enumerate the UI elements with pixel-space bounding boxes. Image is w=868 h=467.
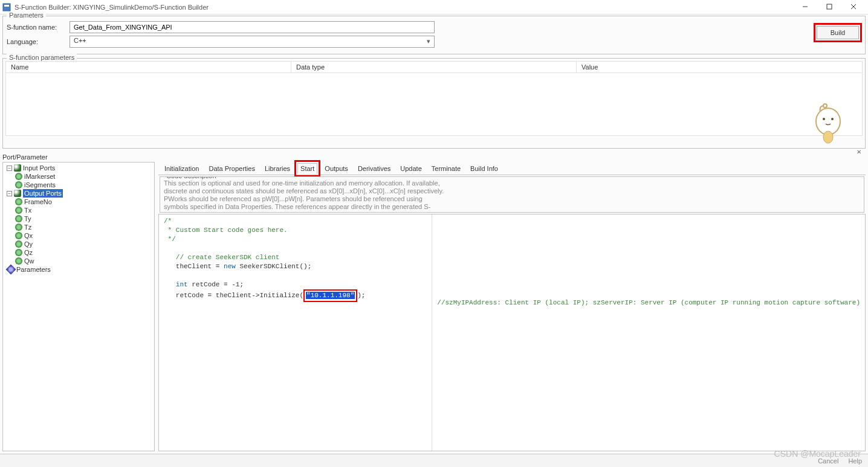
app-icon bbox=[2, 3, 11, 11]
help-button[interactable]: Help bbox=[848, 457, 862, 465]
tab-start[interactable]: Start bbox=[297, 163, 317, 174]
code-line: */ bbox=[164, 236, 176, 243]
code-keyword: new bbox=[224, 263, 236, 270]
language-label: Language: bbox=[7, 38, 70, 45]
svg-point-6 bbox=[816, 108, 840, 135]
tab-terminate[interactable]: Terminate bbox=[429, 164, 463, 173]
port-icon bbox=[15, 257, 22, 265]
code-ip-highlight: "10.1.1.198" bbox=[306, 292, 355, 299]
params-col-value[interactable]: Value bbox=[577, 62, 862, 72]
tree-label: Tz bbox=[24, 223, 31, 231]
tree-qz[interactable]: Qz bbox=[15, 248, 153, 257]
input-ports-icon bbox=[14, 164, 21, 172]
tree-label: Input Ports bbox=[23, 164, 55, 172]
code-line: SeekerSDKClient(); bbox=[236, 263, 311, 270]
cancel-button[interactable]: Cancel bbox=[818, 457, 838, 465]
tree-label: Qx bbox=[24, 231, 33, 240]
tree-label: Ty bbox=[24, 214, 31, 223]
code-line: /* bbox=[164, 217, 172, 225]
tab-outputs[interactable]: Outputs bbox=[322, 164, 351, 173]
code-line: * Custom Start code goes here. bbox=[164, 227, 288, 234]
svg-point-7 bbox=[823, 118, 825, 120]
tree-label: Qy bbox=[24, 240, 33, 248]
output-ports-icon bbox=[14, 190, 21, 197]
tree-label: FrameNo bbox=[24, 198, 52, 206]
tab-update[interactable]: Update bbox=[398, 164, 424, 173]
code-line: // create SeekerSDK client bbox=[164, 254, 279, 261]
close-icon bbox=[850, 4, 857, 11]
tree-label: Output Ports bbox=[23, 189, 63, 198]
titlebar: S-Function Builder: XINGYING_SimulinkDem… bbox=[0, 0, 868, 14]
code-line: retCode = theClient->Initialize( bbox=[164, 292, 303, 299]
tree-label: Parameters bbox=[16, 265, 51, 274]
code-description-section: Code description This section is optiona… bbox=[160, 176, 864, 213]
language-row: Language: C++ bbox=[7, 36, 861, 48]
tree-label: Qw bbox=[24, 257, 34, 265]
port-icon bbox=[15, 173, 22, 180]
code-editor[interactable]: /* * Custom Start code goes here. */ // … bbox=[158, 214, 866, 451]
tree-parameters[interactable]: Parameters bbox=[7, 265, 153, 274]
code-line: retCode = -1; bbox=[188, 281, 244, 288]
tree-imarkerset[interactable]: iMarkerset bbox=[15, 172, 153, 181]
tree-label: Tx bbox=[24, 206, 31, 214]
params-col-type[interactable]: Data type bbox=[291, 62, 577, 72]
tree-label: Qz bbox=[24, 248, 33, 257]
port-icon bbox=[15, 232, 22, 239]
minimize-icon bbox=[802, 4, 808, 11]
tab-libraries[interactable]: Libraries bbox=[262, 164, 293, 173]
tab-build-info[interactable]: Build Info bbox=[468, 164, 500, 173]
language-select-value: C++ bbox=[74, 37, 86, 44]
section-close-icon[interactable]: ✕ bbox=[857, 149, 861, 155]
code-panel: Initialization Data Properties Libraries… bbox=[158, 162, 866, 451]
tree-ty[interactable]: Ty bbox=[15, 214, 153, 223]
svg-rect-3 bbox=[827, 4, 832, 9]
language-select[interactable]: C++ bbox=[70, 36, 435, 48]
window-controls bbox=[793, 1, 866, 14]
code-description-legend: Code description bbox=[164, 176, 219, 180]
port-tree[interactable]: − Input Ports iMarkerset iSegments − Out… bbox=[2, 162, 155, 451]
svg-point-8 bbox=[831, 118, 834, 120]
tab-data-properties[interactable]: Data Properties bbox=[206, 164, 257, 173]
svg-rect-0 bbox=[3, 4, 10, 11]
tree-qw[interactable]: Qw bbox=[15, 257, 153, 265]
code-comment: //szMyIPAddress: Client IP (local IP); s… bbox=[437, 299, 860, 306]
port-icon bbox=[15, 224, 22, 231]
minimize-button[interactable] bbox=[793, 1, 817, 14]
code-editor-left[interactable]: /* * Custom Start code goes here. */ // … bbox=[159, 214, 432, 451]
sfunction-name-label: S-function name: bbox=[7, 24, 70, 31]
tree-isegments[interactable]: iSegments bbox=[15, 181, 153, 189]
close-button[interactable] bbox=[841, 1, 866, 14]
sfunction-name-input[interactable] bbox=[70, 21, 435, 33]
svg-point-10 bbox=[823, 131, 833, 143]
tree-tz[interactable]: Tz bbox=[15, 223, 153, 231]
tree-label: iMarkerset bbox=[24, 172, 55, 181]
maximize-icon bbox=[826, 4, 832, 11]
port-icon bbox=[15, 181, 22, 188]
port-icon bbox=[15, 198, 22, 205]
tree-frameno[interactable]: FrameNo bbox=[15, 198, 153, 206]
tree-qy[interactable]: Qy bbox=[15, 240, 153, 248]
window-title: S-Function Builder: XINGYING_SimulinkDem… bbox=[15, 4, 793, 11]
tree-output-ports[interactable]: − Output Ports bbox=[7, 189, 153, 198]
code-line bbox=[164, 281, 176, 288]
port-icon bbox=[15, 240, 22, 248]
params-col-name[interactable]: Name bbox=[6, 62, 291, 72]
maximize-button[interactable] bbox=[817, 1, 841, 14]
params-table-header: Name Data type Value bbox=[5, 61, 863, 73]
tree-tx[interactable]: Tx bbox=[15, 206, 153, 214]
tree-input-ports[interactable]: − Input Ports bbox=[7, 164, 153, 172]
lower-panel: − Input Ports iMarkerset iSegments − Out… bbox=[2, 162, 866, 451]
port-icon bbox=[15, 215, 22, 222]
expander-icon[interactable]: − bbox=[7, 166, 12, 171]
tab-initialization[interactable]: Initialization bbox=[162, 164, 201, 173]
params-table-body bbox=[5, 73, 863, 136]
footer: Cancel Help bbox=[0, 454, 868, 467]
expander-icon[interactable]: − bbox=[7, 191, 12, 196]
tree-qx[interactable]: Qx bbox=[15, 231, 153, 240]
sfunction-name-row: S-function name: bbox=[7, 21, 861, 33]
code-editor-right[interactable]: //szMyIPAddress: Client IP (local IP); s… bbox=[432, 214, 865, 451]
sfunction-parameters-section: S-function parameters Name Data type Val… bbox=[2, 58, 866, 149]
tab-derivatives[interactable]: Derivatives bbox=[355, 164, 393, 173]
parameters-section: Parameters S-function name: Language: C+… bbox=[2, 16, 866, 54]
build-button[interactable]: Build bbox=[817, 26, 859, 39]
